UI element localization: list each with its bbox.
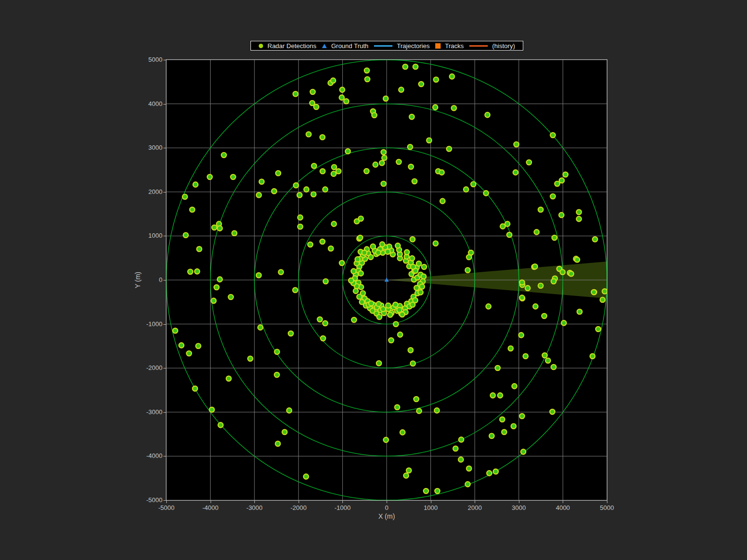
radar-detection-dot <box>525 285 530 290</box>
radar-detection-dot <box>433 241 438 246</box>
radar-detection-dot <box>410 361 415 366</box>
radar-detection-dot <box>293 91 298 96</box>
radar-detection-dot <box>306 132 311 137</box>
radar-detection-dot <box>372 113 377 118</box>
radar-detection-dot <box>439 170 444 175</box>
radar-detection-dot <box>218 422 223 427</box>
legend-item-history: (history) <box>469 42 515 50</box>
radar-detection-dot <box>406 468 411 473</box>
radar-detection-dot <box>369 301 374 306</box>
radar-detection-dot <box>381 150 386 155</box>
radar-detection-dot <box>533 264 537 269</box>
radar-detection-dot <box>352 317 356 322</box>
radar-detection-dot <box>446 146 451 151</box>
radar-detection-dot <box>228 295 233 299</box>
x-tick-mark <box>254 501 255 503</box>
radar-detection-dot <box>518 332 523 337</box>
radar-detection-dot <box>471 182 476 187</box>
radar-detection-dot <box>323 187 328 192</box>
radar-ppi-chart <box>166 60 607 500</box>
radar-detection-dot <box>421 274 426 279</box>
radar-detection-dot <box>434 408 439 413</box>
radar-detection-dot <box>465 268 470 273</box>
y-tick-mark <box>163 236 166 236</box>
radar-detection-dot <box>271 189 276 193</box>
radar-detection-dot <box>196 344 200 349</box>
y-tick-mark <box>163 60 166 60</box>
radar-detection-dot <box>383 438 388 442</box>
radar-detection-dot <box>413 64 418 69</box>
radar-detection-dot <box>303 474 308 479</box>
radar-detection-dot <box>459 437 463 442</box>
radar-detection-dot <box>527 160 532 165</box>
legend-item-radar-detections: Radar Detections <box>259 42 316 50</box>
radar-detection-dot <box>275 441 280 446</box>
y-tick-label: -3000 <box>126 408 162 416</box>
radar-detection-dot <box>258 325 263 330</box>
radar-detection-dot <box>486 304 491 309</box>
radar-detection-dot <box>364 68 369 73</box>
radar-detection-dot <box>551 279 556 284</box>
radar-detection-dot <box>433 77 438 82</box>
radar-detection-dot <box>209 407 214 412</box>
radar-detection-dot <box>182 194 187 199</box>
radar-detection-dot <box>221 153 226 158</box>
radar-detection-dot <box>190 207 195 212</box>
radar-detection-dot <box>332 165 337 170</box>
radar-detection-dot <box>388 312 392 317</box>
radar-detection-dot <box>596 327 601 332</box>
radar-detection-dot <box>376 250 381 255</box>
radar-detection-dot <box>358 271 363 276</box>
radar-detection-dot <box>498 393 502 398</box>
x-tick-label: 3000 <box>497 504 541 512</box>
radar-detection-dot <box>563 172 568 177</box>
radar-detection-dot <box>575 257 580 262</box>
radar-detection-dot <box>393 302 398 307</box>
radar-detection-dot <box>331 78 336 83</box>
x-tick-mark <box>563 501 563 503</box>
radar-detection-dot <box>422 264 427 269</box>
radar-detection-dot <box>376 361 381 366</box>
radar-detection-dot <box>533 304 538 309</box>
radar-detection-dot <box>207 175 212 179</box>
radar-detection-dot <box>310 101 315 105</box>
radar-detection-dot <box>358 216 363 221</box>
y-tick-label: 5000 <box>126 56 162 64</box>
radar-detection-dot <box>320 239 325 244</box>
y-tick-label: 3000 <box>126 144 162 152</box>
radar-detection-dot <box>523 354 528 359</box>
radar-detection-dot <box>274 349 279 354</box>
radar-detection-dot <box>591 290 596 295</box>
x-tick-label: -4000 <box>189 504 232 512</box>
radar-detection-dot <box>409 256 414 261</box>
radar-detection-dot <box>511 424 516 429</box>
ground-truth-marker <box>385 278 389 282</box>
legend-item-tracks: Tracks <box>435 42 464 50</box>
radar-detection-dot <box>416 261 421 266</box>
radar-detection-dot <box>389 338 393 343</box>
radar-detection-dot <box>376 301 381 306</box>
radar-detection-dot <box>424 489 428 493</box>
radar-detection-dot <box>256 192 261 197</box>
radar-detection-dot <box>519 295 524 300</box>
radar-detection-dot <box>487 471 492 475</box>
legend-item-trajectories: Trajectories <box>374 42 429 50</box>
radar-detection-dot <box>355 257 360 262</box>
radar-detection-dot <box>377 315 382 319</box>
radar-detection-dot <box>576 216 581 221</box>
radar-detection-dot <box>410 237 415 242</box>
radar-detection-dot <box>500 224 505 228</box>
radar-detection-dot <box>546 358 551 363</box>
radar-detection-dot <box>293 183 298 188</box>
radar-detection-dot <box>323 279 328 284</box>
radar-detection-dot <box>395 243 400 248</box>
radar-detection-dot <box>403 64 408 69</box>
x-tick-mark <box>431 501 431 503</box>
y-tick-label: 0 <box>126 276 162 284</box>
radar-detection-dot <box>328 246 333 251</box>
radar-detection-dot <box>231 175 235 179</box>
y-axis-label: Y (m) <box>134 268 142 292</box>
radar-detection-dot <box>311 163 316 168</box>
radar-detection-dot <box>317 317 322 322</box>
x-tick-label: 1000 <box>409 504 453 512</box>
